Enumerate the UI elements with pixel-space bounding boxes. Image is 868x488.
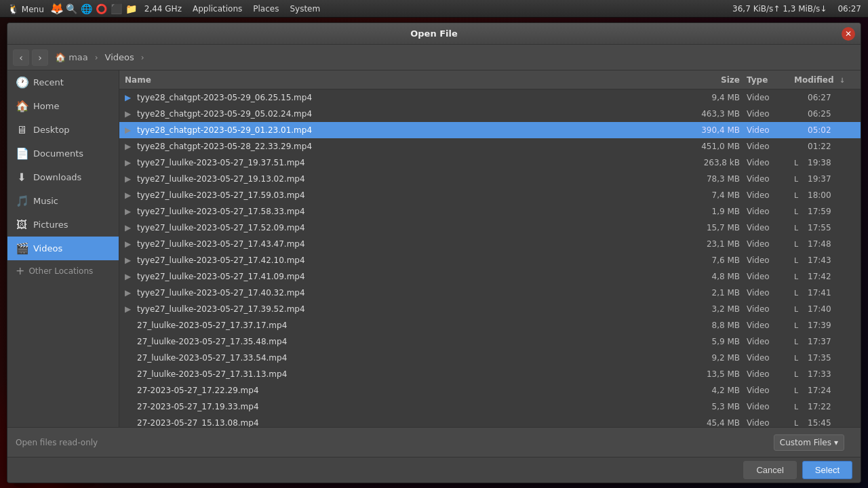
browser-icon2[interactable]: 🌐 xyxy=(81,3,93,15)
taskbar-places[interactable]: Places xyxy=(249,3,283,15)
table-row[interactable]: ▶ tyye27_luulke-2023-05-27_19.13.02.mp4 … xyxy=(119,171,861,187)
table-row[interactable]: 27_luulke-2023-05-27_17.31.13.mp4 13,5 M… xyxy=(119,366,861,382)
file-type: Video xyxy=(747,386,794,395)
table-row[interactable]: ▶ tyye27_luulke-2023-05-27_19.37.51.mp4 … xyxy=(119,155,861,171)
table-row[interactable]: ▶ tyye28_chatgpt-2023-05-29_01.23.01.mp4… xyxy=(119,122,861,138)
folder-icon[interactable]: 📁 xyxy=(125,3,138,15)
table-row[interactable]: 27-2023-05-27_15.13.08.mp4 45,4 MB Video… xyxy=(119,415,861,427)
col-header-size[interactable]: Size xyxy=(686,75,747,85)
table-row[interactable]: ▶ tyye27_luulke-2023-05-27_17.52.09.mp4 … xyxy=(119,220,861,236)
sidebar-item-videos[interactable]: 🎬 Videos xyxy=(7,237,119,260)
table-row[interactable]: ▶ tyye27_luulke-2023-05-27_17.39.52.mp4 … xyxy=(119,301,861,317)
net-speed: 36,7 KiB/s↑ 1,3 MiB/s↓ xyxy=(728,3,831,15)
breadcrumb-home[interactable]: 🏠 maa xyxy=(51,51,92,64)
table-row[interactable]: 27_luulke-2023-05-27_17.33.54.mp4 9,2 MB… xyxy=(119,350,861,366)
sidebar-item-documents[interactable]: 📄 Documents xyxy=(7,142,119,165)
file-play-icon: ▶ xyxy=(125,93,137,102)
filter-dropdown[interactable]: Custom Files ▾ xyxy=(774,434,844,451)
file-list-area: Name Size Type Modified ↓ xyxy=(119,70,861,427)
sidebar-label-recent: Recent xyxy=(33,77,64,87)
file-label: L xyxy=(794,370,808,379)
file-name: tyye27_luulke-2023-05-27_19.13.02.mp4 xyxy=(137,174,686,184)
file-size: 390,4 MB xyxy=(686,125,747,135)
file-modified: 17:55 xyxy=(808,223,855,232)
table-row[interactable]: ▶ tyye27_luulke-2023-05-27_17.58.33.mp4 … xyxy=(119,203,861,220)
file-label: L xyxy=(794,207,808,216)
file-label: L xyxy=(794,419,808,428)
file-modified: 17:33 xyxy=(808,369,855,379)
search-icon[interactable]: 🔍 xyxy=(66,3,78,15)
file-size: 3,2 MB xyxy=(686,304,747,314)
table-row[interactable]: 27_luulke-2023-05-27_17.37.17.mp4 8,8 MB… xyxy=(119,317,861,333)
file-type: Video xyxy=(747,353,794,363)
file-label: L xyxy=(794,354,808,363)
file-play-icon: ▶ xyxy=(125,256,137,265)
table-row[interactable]: ▶ tyye27_luulke-2023-05-27_17.42.10.mp4 … xyxy=(119,252,861,268)
table-row[interactable]: 27-2023-05-27_17.19.33.mp4 5,3 MB Video … xyxy=(119,399,861,415)
file-type: Video xyxy=(747,256,794,265)
taskbar-menu[interactable]: 🐧 Menu xyxy=(3,1,48,16)
sidebar-item-downloads[interactable]: ⬇ Downloads xyxy=(7,165,119,189)
dialog-buttons: Cancel Select xyxy=(7,457,861,483)
file-size: 4,8 MB xyxy=(686,272,747,281)
taskbar-applications[interactable]: Applications xyxy=(189,3,246,15)
file-name: 27-2023-05-27_15.13.08.mp4 xyxy=(137,418,686,427)
breadcrumb-current[interactable]: Videos xyxy=(101,51,138,64)
videos-icon: 🎬 xyxy=(16,242,28,255)
back-button[interactable]: ‹ xyxy=(13,49,29,66)
opera-icon[interactable]: ⭕ xyxy=(96,3,108,15)
taskbar-system[interactable]: System xyxy=(285,3,324,15)
file-name: tyye28_chatgpt-2023-05-28_22.33.29.mp4 xyxy=(137,142,686,151)
table-row[interactable]: 27-2023-05-27_17.22.29.mp4 4,2 MB Video … xyxy=(119,382,861,399)
cancel-button[interactable]: Cancel xyxy=(743,461,796,479)
file-name: tyye27_luulke-2023-05-27_17.43.47.mp4 xyxy=(137,239,686,249)
file-size: 7,6 MB xyxy=(686,256,747,265)
table-row[interactable]: ▶ tyye28_chatgpt-2023-05-29_05.02.24.mp4… xyxy=(119,106,861,122)
table-row[interactable]: ▶ tyye27_luulke-2023-05-27_17.40.32.mp4 … xyxy=(119,285,861,301)
dialog-titlebar: Open File ✕ xyxy=(7,23,861,45)
other-locations-button[interactable]: +Other Locations xyxy=(7,260,119,281)
file-modified: 06:25 xyxy=(808,109,855,119)
sidebar-item-desktop[interactable]: 🖥 Desktop xyxy=(7,118,119,142)
file-size: 263,8 kB xyxy=(686,158,747,167)
file-label: L xyxy=(794,159,808,167)
file-play-icon: ▶ xyxy=(125,125,137,135)
file-play-icon: ▶ xyxy=(125,142,137,151)
music-icon: 🎵 xyxy=(16,195,28,207)
table-row[interactable]: ▶ tyye28_chatgpt-2023-05-29_06.25.15.mp4… xyxy=(119,89,861,106)
top-taskbar: 🐧 Menu 🦊 🔍 🌐 ⭕ ⬛ 📁 2,44 GHz Applications… xyxy=(0,0,868,18)
sort-arrow: ↓ xyxy=(840,77,845,84)
forward-button[interactable]: › xyxy=(32,49,48,66)
table-row[interactable]: ▶ tyye27_luulke-2023-05-27_17.43.47.mp4 … xyxy=(119,236,861,252)
sidebar-item-pictures[interactable]: 🖼 Pictures xyxy=(7,213,119,237)
dialog-toolbar: ‹ › 🏠 maa › Videos › xyxy=(7,45,861,70)
file-play-icon: ▶ xyxy=(125,288,137,298)
select-button[interactable]: Select xyxy=(802,461,852,479)
sidebar-item-music[interactable]: 🎵 Music xyxy=(7,189,119,213)
table-row[interactable]: 27_luulke-2023-05-27_17.35.48.mp4 5,9 MB… xyxy=(119,333,861,350)
dialog-close-button[interactable]: ✕ xyxy=(842,27,855,41)
col-header-type[interactable]: Type xyxy=(747,75,794,85)
table-row[interactable]: ▶ tyye28_chatgpt-2023-05-28_22.33.29.mp4… xyxy=(119,138,861,155)
col-header-name[interactable]: Name xyxy=(125,75,686,85)
sidebar-item-recent[interactable]: 🕐 Recent xyxy=(7,70,119,94)
firefox-icon[interactable]: 🦊 xyxy=(51,3,63,15)
file-type: Video xyxy=(747,402,794,411)
file-modified: 19:37 xyxy=(808,174,855,184)
file-type: Video xyxy=(747,109,794,119)
home-icon: 🏠 xyxy=(55,52,68,62)
recent-icon: 🕐 xyxy=(16,76,28,89)
file-type: Video xyxy=(747,207,794,216)
sidebar-item-home[interactable]: 🏠 Home xyxy=(7,94,119,118)
breadcrumb: 🏠 maa › Videos › xyxy=(51,51,144,64)
file-name: 27_luulke-2023-05-27_17.37.17.mp4 xyxy=(137,321,686,330)
col-header-modified[interactable]: Modified ↓ xyxy=(794,75,855,85)
file-label: L xyxy=(794,289,808,298)
cpu-info: 2,44 GHz xyxy=(140,3,186,15)
file-modified: 17:42 xyxy=(808,272,855,281)
table-row[interactable]: ▶ tyye27_luulke-2023-05-27_17.59.03.mp4 … xyxy=(119,187,861,203)
breadcrumb-separator: › xyxy=(95,53,98,62)
file-modified: 17:24 xyxy=(808,386,855,395)
table-row[interactable]: ▶ tyye27_luulke-2023-05-27_17.41.09.mp4 … xyxy=(119,268,861,285)
terminal-icon[interactable]: ⬛ xyxy=(111,3,123,15)
